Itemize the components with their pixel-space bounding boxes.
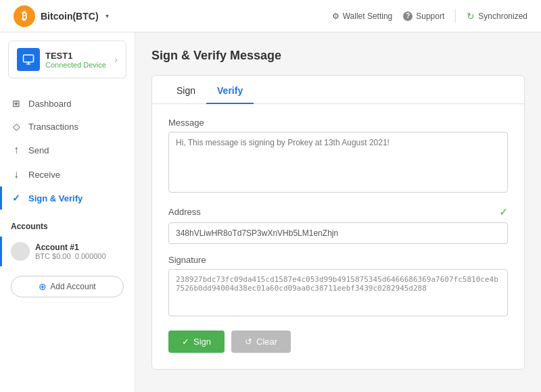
address-group: Address ✓ bbox=[168, 205, 508, 244]
address-label-row: Address ✓ bbox=[168, 205, 508, 218]
device-name: TEST1 bbox=[45, 51, 109, 61]
device-chevron-icon[interactable]: › bbox=[114, 54, 118, 65]
logo-area[interactable]: ₿ Bitcoin(BTC) ▾ bbox=[14, 5, 109, 27]
logo-text: Bitcoin(BTC) bbox=[41, 11, 99, 22]
question-icon: ? bbox=[403, 11, 413, 21]
top-header: ₿ Bitcoin(BTC) ▾ Wallet Setting ? Suppor… bbox=[0, 0, 541, 32]
gear-icon bbox=[332, 11, 339, 21]
add-account-label: Add Account bbox=[50, 282, 95, 291]
svg-rect-0 bbox=[24, 55, 34, 62]
bitcoin-logo: ₿ bbox=[14, 5, 35, 27]
send-icon: ↑ bbox=[11, 144, 22, 156]
account-balance: BTC $0.00 0.000000 bbox=[35, 252, 117, 260]
sidebar-item-transactions[interactable]: ◇ Transactions bbox=[0, 115, 135, 138]
form-area: Message Address ✓ Signature 238927bdc73f… bbox=[152, 104, 524, 369]
signature-label: Signature bbox=[168, 255, 508, 265]
accounts-title: Accounts bbox=[11, 222, 124, 231]
accounts-section: Accounts Account #1 BTC $0.00 0.000000 bbox=[0, 215, 135, 269]
message-textarea[interactable] bbox=[168, 132, 508, 193]
synchronized-status: ↻ Synchronized bbox=[467, 11, 527, 22]
main-layout: TEST1 Connected Device › ⊞ Dashboard ◇ T… bbox=[0, 32, 541, 392]
device-info: TEST1 Connected Device bbox=[45, 51, 109, 69]
tab-sign[interactable]: Sign bbox=[166, 76, 206, 104]
page-title: Sign & Verify Message bbox=[151, 49, 525, 63]
monitor-icon bbox=[22, 53, 34, 66]
sign-button[interactable]: ✓ Sign bbox=[168, 330, 225, 353]
header-divider bbox=[455, 9, 456, 23]
tabs: Sign Verify bbox=[152, 76, 524, 104]
transactions-label: Transactions bbox=[28, 122, 78, 132]
message-label: Message bbox=[168, 118, 508, 128]
sync-icon: ↻ bbox=[467, 11, 475, 22]
signature-textarea[interactable]: 238927bdc73fc09da415cd1587e4c053d99b4915… bbox=[168, 269, 508, 316]
address-input[interactable] bbox=[168, 222, 508, 244]
sidebar-item-send[interactable]: ↑ Send bbox=[0, 138, 135, 162]
clear-button[interactable]: ↺ Clear bbox=[231, 330, 291, 353]
dashboard-icon: ⊞ bbox=[11, 98, 22, 109]
wallet-setting-button[interactable]: Wallet Setting bbox=[332, 11, 393, 21]
add-account-button[interactable]: ⊕ Add Account bbox=[11, 276, 124, 297]
account-avatar bbox=[11, 242, 30, 261]
tab-verify[interactable]: Verify bbox=[206, 76, 254, 104]
sign-verify-label: Sign & Verify bbox=[28, 193, 83, 203]
sign-verify-card: Sign Verify Message Address ✓ Sign bbox=[151, 75, 525, 370]
address-check-icon: ✓ bbox=[499, 205, 508, 218]
nav-list: ⊞ Dashboard ◇ Transactions ↑ Send ↓ Rece… bbox=[0, 87, 135, 215]
receive-icon: ↓ bbox=[11, 168, 22, 180]
logo-caret-icon: ▾ bbox=[105, 12, 109, 20]
address-label: Address bbox=[168, 207, 201, 217]
transactions-icon: ◇ bbox=[11, 121, 22, 132]
device-icon bbox=[17, 48, 40, 71]
message-group: Message bbox=[168, 118, 508, 195]
account-info: Account #1 BTC $0.00 0.000000 bbox=[35, 243, 117, 260]
dashboard-label: Dashboard bbox=[28, 99, 72, 109]
clear-refresh-icon: ↺ bbox=[245, 337, 252, 347]
button-row: ✓ Sign ↺ Clear bbox=[168, 330, 508, 353]
device-card: TEST1 Connected Device › bbox=[8, 41, 126, 78]
support-button[interactable]: ? Support bbox=[403, 11, 444, 21]
sign-check-icon: ✓ bbox=[182, 337, 189, 347]
sign-button-label: Sign bbox=[193, 337, 211, 347]
clear-button-label: Clear bbox=[256, 337, 277, 347]
sidebar: TEST1 Connected Device › ⊞ Dashboard ◇ T… bbox=[0, 32, 135, 392]
add-account-plus-icon: ⊕ bbox=[39, 281, 47, 292]
receive-label: Receive bbox=[28, 170, 60, 180]
header-right: Wallet Setting ? Support ↻ Synchronized bbox=[332, 9, 527, 23]
sidebar-item-sign-verify[interactable]: ✓ Sign & Verify bbox=[0, 187, 135, 210]
bitcoin-symbol: ₿ bbox=[22, 10, 27, 22]
device-status: Connected Device bbox=[45, 61, 109, 69]
account-item[interactable]: Account #1 BTC $0.00 0.000000 bbox=[0, 237, 124, 266]
sidebar-item-dashboard[interactable]: ⊞ Dashboard bbox=[0, 92, 135, 115]
signature-group: Signature 238927bdc73fc09da415cd1587e4c0… bbox=[168, 255, 508, 318]
sign-verify-icon: ✓ bbox=[11, 193, 22, 203]
sidebar-item-receive[interactable]: ↓ Receive bbox=[0, 162, 135, 187]
account-name: Account #1 bbox=[35, 243, 117, 252]
send-label: Send bbox=[28, 145, 49, 155]
main-content: Sign & Verify Message Sign Verify Messag… bbox=[135, 32, 541, 392]
